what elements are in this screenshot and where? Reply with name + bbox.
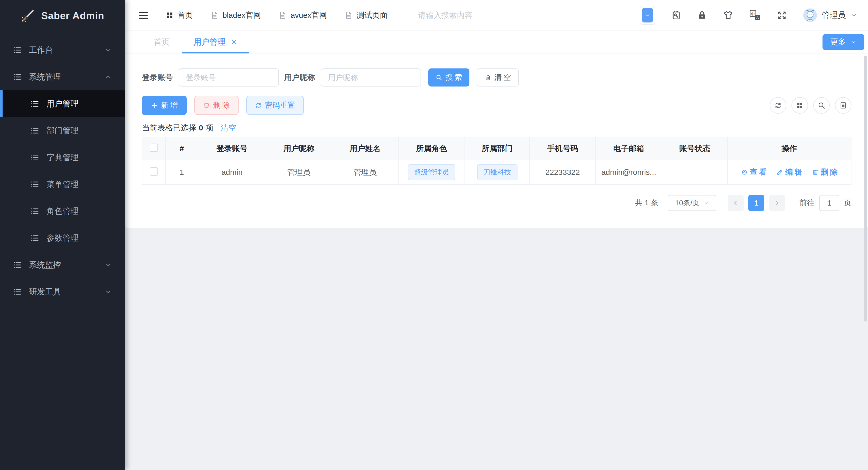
refresh-icon (774, 101, 782, 109)
page-number-button[interactable]: 1 (748, 195, 764, 211)
delete-link-label: 删除 (821, 167, 839, 177)
lock-icon (697, 10, 707, 20)
main-area: 首页 bladex官网 avuex官网 测试页面 (125, 0, 868, 470)
column-header-nickname: 用户昵称 (266, 137, 332, 160)
row-status-cell (662, 160, 727, 184)
sidebar-item-system-management[interactable]: 系统管理 (0, 64, 125, 90)
pagination: 共 1 条 10条/页 1 前往 (142, 195, 851, 211)
collapse-top-toggle-button[interactable] (640, 6, 655, 25)
row-role-cell: 超级管理员 (398, 160, 465, 184)
menu-list-icon (31, 234, 39, 242)
sidebar-item-department-management[interactable]: 部门管理 (0, 117, 125, 144)
add-button[interactable]: 新增 (142, 96, 187, 115)
top-nav-home[interactable]: 首页 (166, 10, 193, 21)
refresh-table-button[interactable] (770, 97, 786, 113)
document-icon (210, 11, 219, 20)
table-toolbar: 新增 删除 密码重置 (142, 96, 851, 115)
select-all-checkbox[interactable] (150, 143, 158, 152)
sidebar-item-label: 参数管理 (46, 233, 79, 243)
column-header-role: 所属角色 (398, 137, 465, 160)
column-settings-button[interactable] (792, 97, 808, 113)
tab-label: 首页 (154, 37, 170, 47)
sidebar-item-dev-tools[interactable]: 研发工具 (0, 278, 125, 305)
delete-button-label: 删除 (213, 100, 231, 110)
tab-user-management[interactable]: 用户管理 (182, 31, 249, 53)
search-button-label: 搜索 (445, 72, 464, 82)
selection-suffix: 项 (206, 123, 214, 133)
sidebar-item-role-management[interactable]: 角色管理 (0, 198, 125, 225)
delete-button[interactable]: 删除 (194, 96, 239, 115)
collapse-sidebar-button[interactable] (138, 10, 149, 21)
trash-icon (203, 102, 210, 109)
sidebar-item-label: 研发工具 (29, 287, 61, 297)
chevron-down-icon (644, 12, 651, 18)
delete-row-link[interactable]: 删除 (812, 167, 837, 177)
search-button[interactable]: 搜索 (428, 68, 469, 87)
nickname-field-label: 用户昵称 (284, 72, 315, 83)
role-tag: 超级管理员 (408, 164, 455, 180)
menu-list-icon (31, 126, 39, 135)
tab-home[interactable]: 首页 (142, 31, 182, 53)
page-size-select[interactable]: 10条/页 (668, 195, 716, 211)
sidebar-item-label: 系统管理 (29, 71, 61, 82)
sidebar-item-workbench[interactable]: 工作台 (0, 37, 125, 64)
selection-prefix: 当前表格已选择 (142, 123, 196, 133)
top-nav-bladex[interactable]: bladex官网 (210, 10, 261, 21)
clear-button-label: 清空 (494, 72, 513, 82)
account-field-input[interactable] (179, 68, 279, 87)
global-search-input[interactable] (418, 11, 521, 20)
scrollbar-thumb[interactable] (864, 56, 867, 322)
close-tab-button[interactable] (231, 39, 237, 45)
menu-list-icon (13, 73, 22, 81)
avatar-icon (803, 8, 817, 22)
sidebar-item-label: 字典管理 (46, 152, 79, 163)
prev-page-button[interactable] (727, 195, 744, 211)
clear-filters-button[interactable]: 清空 (477, 68, 519, 87)
document-lines-icon (839, 101, 847, 109)
chevron-down-icon (105, 288, 112, 295)
trash-icon (812, 169, 818, 176)
devtools-button[interactable] (671, 10, 681, 20)
sidebar-item-param-management[interactable]: 参数管理 (0, 225, 125, 251)
trash-icon (485, 74, 491, 81)
collapse-toggle-inner (642, 8, 653, 23)
devtools-clipboard-icon (671, 10, 681, 20)
grid-icon (166, 11, 174, 19)
top-nav-avuex[interactable]: avuex官网 (278, 10, 327, 21)
toggle-search-button[interactable] (813, 97, 830, 113)
column-header-phone: 手机号码 (530, 137, 595, 160)
selection-count: 0 (199, 124, 203, 132)
sidebar-item-user-management[interactable]: 用户管理 (0, 90, 125, 117)
top-nav-test-page[interactable]: 测试页面 (344, 10, 388, 21)
search-icon (436, 74, 442, 81)
clear-selection-link[interactable]: 清空 (221, 123, 236, 133)
pagination-total: 共 1 条 (635, 198, 658, 208)
select-all-cell (142, 137, 165, 160)
department-tag: 刀锋科技 (477, 164, 518, 180)
theme-button[interactable] (723, 10, 733, 21)
sidebar-item-dict-management[interactable]: 字典管理 (0, 144, 125, 171)
fullscreen-button[interactable] (777, 10, 787, 21)
language-icon (749, 9, 761, 21)
goto-unit-label: 页 (844, 198, 851, 208)
sidebar-item-menu-management[interactable]: 菜单管理 (0, 171, 125, 198)
goto-page-input[interactable] (819, 195, 839, 211)
view-row-link[interactable]: 查看 (741, 167, 767, 177)
row-email-cell: admin@ronris... (595, 160, 662, 184)
menu-list-icon (31, 207, 39, 215)
row-checkbox[interactable] (150, 167, 158, 176)
theme-shirt-icon (723, 10, 733, 21)
user-menu[interactable]: 管理员 (803, 8, 857, 22)
tabs-more-dropdown-button[interactable]: 更多 (823, 34, 864, 50)
sidebar-item-system-monitor[interactable]: 系统监控 (0, 251, 125, 278)
password-reset-button[interactable]: 密码重置 (246, 96, 304, 115)
tab-bar: 首页 用户管理 更多 (125, 31, 868, 54)
column-header-actions: 操作 (727, 137, 851, 160)
lock-screen-button[interactable] (697, 10, 707, 20)
language-button[interactable] (749, 9, 761, 21)
search-icon (817, 101, 825, 109)
export-button[interactable] (835, 97, 851, 113)
next-page-button[interactable] (769, 195, 785, 211)
edit-row-link[interactable]: 编辑 (776, 167, 802, 177)
nickname-field-input[interactable] (321, 68, 421, 87)
